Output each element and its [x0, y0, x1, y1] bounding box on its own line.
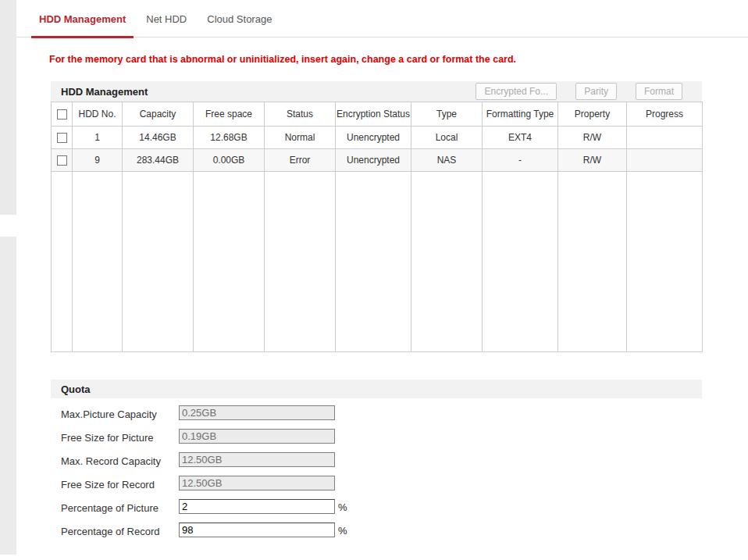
quota-field-label: Free Size for Picture [61, 432, 154, 444]
empty-cell [265, 172, 336, 352]
empty-cell [336, 172, 411, 352]
quota-field-input[interactable] [179, 523, 335, 537]
column-header: Encryption Status [336, 102, 411, 127]
quota-field-label: Max.Picture Capacity [61, 408, 157, 420]
quota-fields: Max.Picture CapacityFree Size for Pictur… [51, 398, 702, 546]
format-button[interactable]: Format [636, 83, 682, 100]
table-cell: Error [265, 149, 336, 172]
empty-rows-area [52, 172, 703, 352]
hdd-panel-buttons: Encrypted Fo... Parity Format [476, 83, 702, 100]
warning-text: For the memory card that is abnormal or … [49, 54, 516, 65]
left-sidebar-strip-top [0, 0, 16, 215]
quota-field-input [179, 476, 335, 490]
column-header: Status [265, 102, 336, 127]
column-header: Type [411, 102, 483, 127]
column-header: Formatting Type [483, 102, 558, 127]
quota-field-row: Percentage of Record% [51, 523, 702, 546]
quota-field-input [179, 452, 335, 467]
quota-field-label: Percentage of Record [61, 526, 159, 537]
table-cell: 1 [73, 127, 123, 149]
hdd-table: HDD No.CapacityFree spaceStatusEncryptio… [51, 102, 703, 352]
empty-cell [411, 172, 483, 352]
column-header: Property [558, 102, 627, 127]
empty-cell [483, 172, 558, 352]
quota-field-input [179, 429, 335, 444]
empty-cell [73, 172, 123, 352]
table-cell: Unencrypted [336, 149, 411, 172]
table-cell: 283.44GB [123, 149, 194, 172]
table-cell: 12.68GB [194, 127, 265, 149]
table-cell: 9 [73, 149, 123, 172]
row-checkbox[interactable] [57, 133, 67, 143]
quota-field-input [179, 405, 335, 420]
row-checkbox-cell [52, 127, 73, 149]
select-all-cell [52, 102, 73, 127]
empty-cell [194, 172, 265, 352]
table-row[interactable]: 114.46GB12.68GBNormalUnencryptedLocalEXT… [52, 127, 703, 149]
table-cell: NAS [411, 149, 483, 172]
row-checkbox[interactable] [57, 155, 67, 166]
table-row[interactable]: 9283.44GB0.00GBErrorUnencryptedNAS-R/W [52, 149, 703, 172]
hdd-panel-header: HDD Management Encrypted Fo... Parity Fo… [51, 81, 702, 102]
quota-field-row: Free Size for Picture [51, 429, 702, 452]
empty-cell [52, 172, 73, 352]
hdd-management-panel: HDD Management Encrypted Fo... Parity Fo… [51, 81, 702, 352]
tab-bar: HDD Management Net HDD Cloud Storage [16, 0, 748, 37]
row-checkbox-cell [52, 149, 73, 172]
table-cell: R/W [558, 149, 627, 172]
quota-panel-title: Quota [51, 383, 91, 395]
quota-field-label: Free Size for Record [61, 479, 155, 490]
quota-field-label: Max. Record Capacity [61, 455, 161, 467]
tab-cloud-storage[interactable]: Cloud Storage [199, 13, 280, 38]
quota-field-row: Free Size for Record [51, 476, 702, 499]
table-cell: R/W [558, 127, 627, 149]
left-sidebar-strip-bottom [0, 237, 16, 555]
table-cell: 0.00GB [194, 149, 265, 172]
percent-suffix: % [338, 525, 347, 537]
empty-cell [558, 172, 627, 352]
table-cell: - [483, 149, 558, 172]
column-header: HDD No. [73, 102, 123, 127]
quota-panel: Quota Max.Picture CapacityFree Size for … [51, 380, 702, 546]
empty-cell [123, 172, 194, 352]
table-cell: Normal [265, 127, 336, 149]
tab-hdd-management[interactable]: HDD Management [31, 13, 134, 38]
tab-net-hdd[interactable]: Net HDD [138, 13, 194, 38]
table-cell: Unencrypted [336, 127, 411, 149]
table-cell [627, 127, 703, 149]
table-cell: 14.46GB [123, 127, 194, 149]
table-cell [627, 149, 703, 172]
percent-suffix: % [338, 501, 347, 513]
quota-field-row: Max.Picture Capacity [51, 405, 702, 429]
quota-field-row: Percentage of Picture% [51, 499, 702, 523]
hdd-panel-title: HDD Management [51, 86, 148, 98]
hdd-table-header-row: HDD No.CapacityFree spaceStatusEncryptio… [52, 102, 703, 127]
column-header: Capacity [123, 102, 194, 127]
column-header: Progress [627, 102, 703, 127]
parity-button[interactable]: Parity [575, 83, 617, 100]
table-cell: Local [411, 127, 483, 149]
empty-cell [627, 172, 703, 352]
select-all-checkbox[interactable] [57, 109, 67, 119]
encrypted-format-button[interactable]: Encrypted Fo... [476, 83, 557, 100]
quota-field-row: Max. Record Capacity [51, 452, 702, 476]
quota-panel-header: Quota [51, 380, 702, 398]
table-cell: EXT4 [483, 127, 558, 149]
quota-field-label: Percentage of Picture [61, 502, 159, 514]
quota-field-input[interactable] [179, 499, 335, 514]
column-header: Free space [194, 102, 265, 127]
